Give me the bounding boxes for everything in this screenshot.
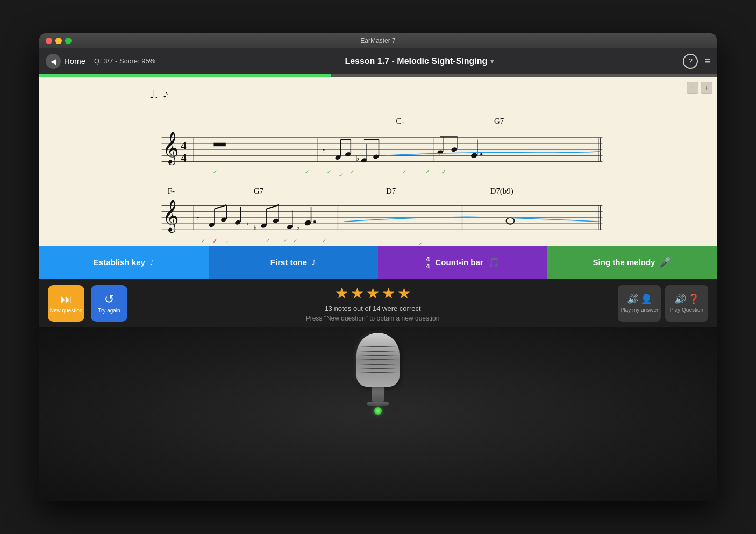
mic-area: [39, 327, 717, 501]
zoom-controls: − +: [687, 82, 712, 94]
play-question-button[interactable]: 🔊 ❓ Play Question: [665, 285, 708, 322]
person-icon: 👤: [640, 293, 652, 305]
count-in-button[interactable]: 4 4 Count-in bar 🎵: [378, 246, 547, 279]
svg-text:✓: ✓: [293, 238, 297, 244]
zoom-in-button[interactable]: +: [701, 82, 712, 94]
svg-text:✓: ✓: [327, 168, 331, 174]
mic-body: [372, 387, 384, 402]
fullscreen-button[interactable]: [65, 38, 72, 44]
svg-text:✓: ✓: [266, 238, 270, 244]
star-4: ★: [382, 284, 395, 302]
traffic-lights: [46, 38, 72, 44]
mic-grille-5: [359, 364, 397, 365]
metronome-icon: 🎵: [488, 257, 500, 268]
result-text: 13 notes out of 14 were correct: [324, 304, 420, 312]
minimize-button[interactable]: [55, 38, 62, 44]
first-tone-button[interactable]: First tone ♪: [209, 246, 378, 279]
count-in-label: Count-in bar: [436, 258, 483, 267]
mic-grille-7: [359, 372, 397, 373]
play-my-answer-button[interactable]: 🔊 👤 Play my answer: [618, 285, 661, 322]
titlebar: EarMaster 7: [39, 33, 717, 48]
star-3: ★: [366, 284, 380, 302]
try-again-label: Try again: [98, 308, 120, 314]
svg-text:✓: ✓: [201, 238, 205, 244]
app-window: EarMaster 7 ◀ Home Q: 3/7 - Score: 95% L…: [39, 33, 717, 501]
sing-label: Sing the melody: [593, 258, 655, 267]
svg-text:𝄞: 𝄞: [162, 200, 179, 233]
treble-clef-icon-2: ♪: [311, 257, 316, 268]
svg-text:✓: ✓: [213, 168, 217, 174]
svg-rect-16: [213, 142, 225, 146]
svg-text:✓: ✓: [418, 241, 423, 246]
svg-text:✓: ✓: [425, 168, 430, 174]
speaker-icon-2: 🔊: [674, 293, 686, 305]
speaker-icon: 🔊: [627, 293, 639, 305]
zoom-out-button[interactable]: −: [687, 82, 698, 94]
svg-text:𝄞: 𝄞: [162, 131, 179, 165]
chord-c-label: C-: [396, 116, 404, 125]
star-1: ★: [335, 284, 348, 302]
svg-text:✓: ✓: [322, 238, 326, 244]
treble-clef-icon-1: ♪: [149, 257, 154, 268]
new-question-button[interactable]: ⏭ New question: [48, 285, 84, 322]
back-icon: ◀: [46, 54, 61, 69]
star-5: ★: [397, 284, 411, 302]
svg-text:4: 4: [181, 139, 187, 152]
lesson-title: Lesson 1.7 - Melodic Sight-Singing ▾: [164, 56, 674, 66]
mic-grille-6: [359, 368, 397, 369]
question-mark-icon: ❓: [688, 293, 700, 305]
establish-key-label: Establish key: [94, 258, 145, 267]
mic-grille-4: [359, 359, 397, 360]
play-question-label: Play Question: [670, 307, 703, 313]
first-tone-label: First tone: [270, 258, 307, 267]
new-question-label: New question: [50, 308, 83, 314]
svg-text:✓: ✓: [402, 168, 406, 174]
svg-text:✓: ✓: [350, 168, 354, 174]
result-row: ⏭ New question ↺ Try again ★ ★ ★ ★ ★ 13 …: [39, 279, 717, 327]
window-title: EarMaster 7: [360, 37, 395, 45]
chord-g7-2-label: G7: [254, 187, 264, 195]
svg-text:♭: ♭: [296, 224, 299, 231]
sheet-music: ♩. 𝅘𝅥𝅮𝅘𝅥𝅮 𝄞 4 4 C- G7: [39, 77, 717, 246]
mic-grille-3: [359, 355, 397, 356]
mic-active-indicator: [374, 407, 382, 415]
sing-button[interactable]: Sing the melody 🎤: [547, 246, 717, 279]
svg-text:✓: ✓: [305, 168, 309, 174]
mic-base: [367, 402, 389, 406]
lesson-dropdown-arrow[interactable]: ▾: [490, 58, 494, 65]
menu-button[interactable]: ≡: [704, 56, 710, 66]
svg-point-76: [313, 220, 316, 223]
speaker-person-icon: 🔊 👤: [627, 293, 652, 305]
svg-text:↓: ↓: [226, 238, 229, 244]
svg-text:✓: ✓: [339, 172, 343, 177]
microphone: [346, 333, 410, 419]
svg-text:♭: ♭: [356, 154, 359, 162]
establish-key-button[interactable]: Establish key ♪: [39, 246, 209, 279]
mic-head: [356, 333, 400, 387]
result-subtext: Press "New question" to obtain a new que…: [306, 315, 440, 322]
close-button[interactable]: [46, 38, 52, 44]
chord-g7-label: G7: [494, 116, 504, 125]
topbar-right: ? ≡: [683, 54, 710, 69]
skip-icon: ⏭: [60, 293, 72, 307]
stars-row: ★ ★ ★ ★ ★: [335, 284, 411, 302]
mic-grille-2: [359, 351, 397, 352]
chord-d7-label: D7: [386, 187, 396, 195]
chord-f-label: F-: [168, 187, 175, 195]
score-label: Q: 3/7 - Score: 95%: [94, 57, 155, 65]
topbar: ◀ Home Q: 3/7 - Score: 95% Lesson 1.7 - …: [39, 48, 717, 74]
svg-text:✗: ✗: [213, 238, 217, 244]
mic-icon: 🎤: [659, 257, 671, 268]
svg-point-36: [480, 153, 482, 155]
svg-text:4: 4: [181, 151, 187, 164]
svg-text:✓: ✓: [441, 168, 446, 174]
action-row: Establish key ♪ First tone ♪ 4 4 Count-i…: [39, 246, 717, 279]
back-label: Home: [64, 56, 85, 66]
star-2: ★: [351, 284, 364, 302]
try-again-button[interactable]: ↺ Try again: [91, 285, 127, 322]
sheet-area: − + ♩. 𝅘𝅥𝅮𝅘𝅥𝅮 𝄞 4 4: [39, 77, 717, 246]
help-button[interactable]: ?: [683, 54, 698, 69]
svg-text:♩.: ♩.: [149, 88, 158, 101]
back-button[interactable]: ◀ Home: [46, 54, 85, 69]
chord-d7b9-label: D7(b9): [490, 187, 513, 196]
